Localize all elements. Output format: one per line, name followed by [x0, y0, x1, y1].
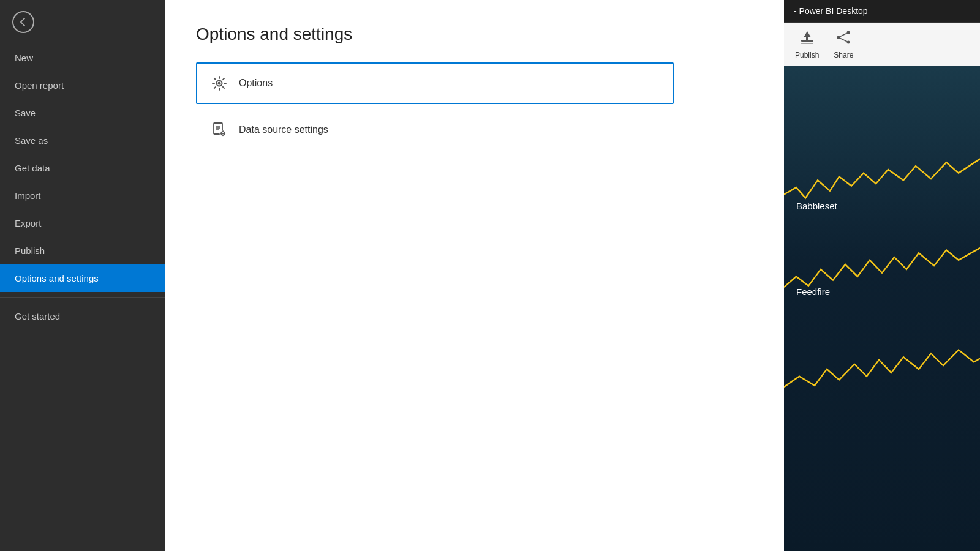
sidebar-item-new[interactable]: New	[0, 44, 165, 72]
sidebar-item-save-as[interactable]: Save as	[0, 127, 165, 154]
sidebar-item-export[interactable]: Export	[0, 209, 165, 237]
svg-point-8	[222, 133, 224, 134]
svg-point-12	[847, 31, 850, 34]
svg-rect-10	[801, 43, 813, 44]
svg-rect-9	[801, 40, 813, 42]
chart-label-feedfire: Feedfire	[796, 287, 830, 297]
right-panel: - Power BI Desktop Publish	[784, 0, 980, 551]
right-panel-title: - Power BI Desktop	[794, 6, 868, 16]
back-button[interactable]	[0, 0, 165, 44]
sidebar-item-save[interactable]: Save	[0, 99, 165, 127]
chart-label-babbleset: Babbleset	[796, 201, 837, 211]
svg-line-16	[840, 38, 848, 42]
sidebar-item-publish[interactable]: Publish	[0, 237, 165, 264]
toolbar-publish[interactable]: Publish	[789, 25, 825, 63]
sidebar-nav: New Open report Save Save as Get data Im…	[0, 44, 165, 551]
nav-divider	[0, 297, 165, 298]
main-content: Options and settings Options	[165, 0, 784, 551]
svg-point-13	[847, 41, 850, 44]
right-panel-header: - Power BI Desktop	[784, 0, 980, 23]
sidebar: New Open report Save Save as Get data Im…	[0, 0, 165, 551]
publish-label: Publish	[795, 51, 819, 59]
options-gear-icon	[209, 73, 229, 93]
data-source-settings-label: Data source settings	[239, 124, 328, 135]
options-card[interactable]: Options	[196, 62, 674, 104]
svg-line-15	[840, 33, 848, 37]
svg-point-14	[837, 36, 840, 39]
sidebar-item-open-report[interactable]: Open report	[0, 72, 165, 99]
options-label: Options	[239, 78, 273, 89]
share-label: Share	[834, 51, 853, 59]
chart-area: Babbleset Feedfire	[784, 66, 980, 551]
data-source-icon	[209, 120, 229, 140]
publish-icon	[799, 29, 816, 50]
page-title: Options and settings	[196, 24, 753, 44]
right-panel-toolbar: Publish Share	[784, 23, 980, 66]
sidebar-item-get-data[interactable]: Get data	[0, 154, 165, 182]
svg-point-1	[218, 82, 221, 85]
sidebar-item-get-started[interactable]: Get started	[0, 302, 165, 330]
toolbar-share[interactable]: Share	[827, 25, 859, 63]
data-source-settings-card[interactable]: Data source settings	[196, 109, 674, 151]
sidebar-item-options-settings[interactable]: Options and settings	[0, 264, 165, 292]
options-grid: Options Data source settings	[196, 62, 674, 151]
back-icon	[12, 11, 34, 33]
sidebar-item-import[interactable]: Import	[0, 182, 165, 209]
share-icon	[835, 29, 852, 50]
svg-marker-11	[804, 31, 811, 40]
